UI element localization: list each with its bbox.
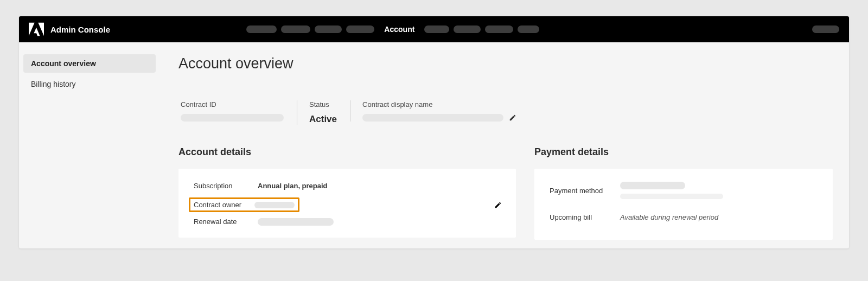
contract-owner-row: Contract owner [194, 197, 501, 212]
payment-method-label: Payment method [550, 187, 620, 195]
renewal-date-value-placeholder [258, 218, 334, 226]
payment-details-card: Payment method Upcoming bill Available d… [534, 169, 833, 240]
sidebar-item-label: Account overview [31, 59, 96, 68]
nav-item-placeholder[interactable] [454, 25, 481, 33]
nav-item-placeholder[interactable] [246, 25, 277, 33]
payment-details-title: Payment details [534, 146, 833, 158]
payment-method-sub-placeholder [620, 194, 723, 199]
adobe-logo-icon [29, 22, 44, 37]
contract-id-block: Contract ID [181, 100, 297, 124]
subscription-label: Subscription [194, 182, 258, 190]
nav-item-placeholder[interactable] [518, 25, 539, 33]
status-block: Status Active [297, 100, 350, 125]
display-name-value-placeholder [362, 114, 503, 122]
header-right-placeholder[interactable] [812, 25, 839, 33]
sidebar: Account overview Billing history [19, 42, 160, 248]
contract-owner-value-placeholder [254, 202, 295, 208]
payment-method-row: Payment method [550, 182, 818, 199]
app-title: Admin Console [50, 25, 110, 34]
edit-icon[interactable] [494, 201, 502, 209]
renewal-date-label: Renewal date [194, 218, 258, 226]
main-content: Account overview Contract ID Status Acti… [160, 42, 849, 248]
panels-row: Account details Subscription Annual plan… [178, 146, 833, 240]
contract-owner-highlight: Contract owner [189, 197, 299, 212]
sidebar-item-label: Billing history [31, 80, 75, 88]
display-name-label: Contract display name [362, 100, 516, 108]
payment-details-panel: Payment details Payment method Upcoming … [534, 146, 833, 240]
top-nav: Account [246, 25, 539, 34]
upcoming-bill-value: Available during renewal period [620, 213, 718, 221]
account-details-panel: Account details Subscription Annual plan… [178, 146, 516, 240]
body-layout: Account overview Billing history Account… [19, 42, 849, 248]
nav-item-placeholder[interactable] [485, 25, 513, 33]
contract-owner-label: Contract owner [194, 201, 254, 209]
edit-icon[interactable] [509, 114, 516, 122]
payment-method-value-placeholder [620, 182, 685, 189]
account-details-title: Account details [178, 146, 516, 158]
upcoming-bill-label: Upcoming bill [550, 213, 620, 221]
contract-info-row: Contract ID Status Active Contract displ… [181, 100, 833, 125]
nav-item-placeholder[interactable] [281, 25, 310, 33]
sidebar-item-billing-history[interactable]: Billing history [23, 75, 156, 93]
account-details-card: Subscription Annual plan, prepaid Contra… [178, 169, 516, 238]
nav-item-account[interactable]: Account [379, 25, 420, 34]
contract-id-value-placeholder [181, 114, 284, 122]
nav-item-placeholder[interactable] [424, 25, 449, 33]
header-bar: Admin Console Account [19, 16, 849, 42]
nav-item-placeholder[interactable] [315, 25, 342, 33]
sidebar-item-account-overview[interactable]: Account overview [23, 54, 156, 73]
status-value: Active [309, 114, 337, 125]
display-name-block: Contract display name [350, 100, 529, 122]
app-window: Admin Console Account Account overview B… [19, 16, 849, 248]
upcoming-bill-row: Upcoming bill Available during renewal p… [550, 213, 818, 221]
subscription-value: Annual plan, prepaid [258, 182, 328, 190]
contract-id-label: Contract ID [181, 100, 284, 108]
nav-item-placeholder[interactable] [346, 25, 374, 33]
subscription-row: Subscription Annual plan, prepaid [194, 182, 501, 190]
page-title: Account overview [178, 55, 833, 72]
status-label: Status [309, 100, 337, 108]
renewal-date-row: Renewal date [194, 218, 501, 226]
